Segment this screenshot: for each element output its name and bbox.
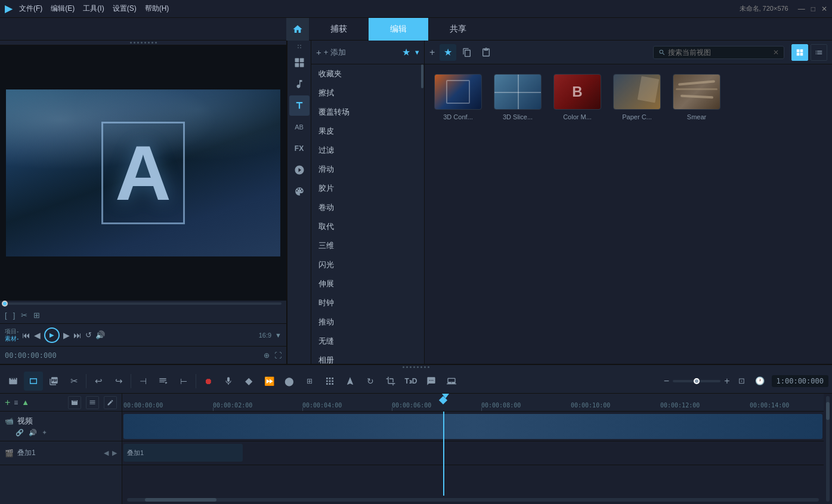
tool-speed-btn[interactable]: ⏩ <box>259 372 279 391</box>
search-box[interactable]: ✕ <box>653 46 784 59</box>
v-scrollbar[interactable] <box>824 394 832 504</box>
category-filter[interactable]: 过滤 <box>311 141 424 160</box>
category-push[interactable]: 推动 <box>311 313 424 332</box>
close-btn[interactable]: ✕ <box>821 5 827 13</box>
cut-button[interactable]: ✂ <box>21 311 27 320</box>
paste-btn[interactable] <box>478 44 494 61</box>
tool-timeline-btn[interactable] <box>24 372 43 391</box>
clock-btn[interactable]: 🕐 <box>751 373 768 389</box>
bracket-end[interactable]: ] <box>13 311 16 320</box>
zoom-select[interactable]: ▼ <box>275 332 282 339</box>
fit-to-window-btn[interactable]: ⊡ <box>734 373 750 389</box>
track-settings-btn[interactable]: ≡ <box>14 398 18 407</box>
add-transition-btn[interactable]: + <box>429 47 435 58</box>
next-frame-btn[interactable]: ⏭ <box>73 330 82 340</box>
zoom-slider[interactable] <box>673 380 720 382</box>
tool-record-btn[interactable]: ⏺ <box>199 372 218 391</box>
tool-trim-right-btn[interactable]: ⊢ <box>174 372 193 391</box>
step-back-btn[interactable]: ◀ <box>34 330 41 340</box>
category-seamless[interactable]: 无缝 <box>311 332 424 351</box>
step-fwd-btn[interactable]: ▶ <box>63 330 70 340</box>
overlay-clip[interactable]: 叠加1 <box>123 444 243 462</box>
category-wipe[interactable]: 擦拭 <box>311 84 424 103</box>
sidebar-title-btn[interactable] <box>289 95 310 116</box>
thumb-3dslice[interactable]: 3D Slice... <box>494 74 542 120</box>
overlay-track[interactable]: 叠加1 <box>122 441 824 465</box>
zoom-in-btn[interactable]: + <box>724 376 729 386</box>
play-button[interactable]: ▶ <box>44 327 60 343</box>
minimize-btn[interactable]: — <box>798 5 805 13</box>
insert-button[interactable]: ⊞ <box>33 311 40 320</box>
category-peel[interactable]: 果皮 <box>311 122 424 141</box>
tab-edit[interactable]: 编辑 <box>369 18 428 41</box>
thumb-paperc[interactable]: Paper C... <box>613 74 661 120</box>
category-3d[interactable]: 三维 <box>311 236 424 255</box>
fullscreen-icon[interactable]: ⛶ <box>274 351 282 360</box>
sidebar-media-btn[interactable] <box>289 52 310 73</box>
category-favorite[interactable]: 收藏夹 <box>311 64 424 84</box>
overlay-arrow-right[interactable]: ▶ <box>112 449 117 457</box>
tab-capture[interactable]: 捕获 <box>309 18 369 41</box>
tool-ripple-btn[interactable] <box>154 372 173 391</box>
tool-media-btn[interactable] <box>4 372 23 391</box>
track-audio-btn[interactable]: 🔊 <box>29 429 37 437</box>
sidebar-fx-btn[interactable]: FX <box>289 138 310 159</box>
thumb-3dconf[interactable]: 3D Conf... <box>434 74 482 120</box>
category-album[interactable]: 相册 <box>311 351 424 364</box>
thumb-smear[interactable]: Smear <box>673 74 720 120</box>
view-list-btn[interactable] <box>811 44 827 61</box>
video-track[interactable] <box>122 412 824 441</box>
add-category-btn[interactable]: + + 添加 <box>316 47 346 58</box>
panel-drag-handle[interactable] <box>0 41 286 45</box>
search-input[interactable] <box>668 48 771 57</box>
volume-button[interactable]: 🔊 <box>95 330 105 339</box>
tool-stabilize-btn[interactable] <box>341 372 360 391</box>
track-eye-btn[interactable]: ✦ <box>42 429 47 437</box>
tool-grid-btn[interactable]: ⊞ <box>300 372 319 391</box>
category-scroll-down[interactable]: ▾ <box>415 48 419 57</box>
tool-crop-btn[interactable] <box>381 372 400 391</box>
category-star-btn[interactable]: ★ <box>402 47 410 58</box>
prev-frame-btn[interactable]: ⏮ <box>22 330 30 340</box>
bottom-view-film-btn[interactable] <box>68 396 81 409</box>
menu-file[interactable]: 文件(F) <box>19 4 42 14</box>
tool-screen-btn[interactable] <box>442 372 461 391</box>
category-slide[interactable]: 滑动 <box>311 160 424 179</box>
overlay-arrow-left[interactable]: ◀ <box>104 449 109 457</box>
progress-handle[interactable] <box>2 301 8 307</box>
tab-share[interactable]: 共享 <box>428 18 488 41</box>
tool-trim-left-btn[interactable]: ⊣ <box>134 372 153 391</box>
menu-help[interactable]: 帮助(H) <box>145 4 169 14</box>
sidebar-transition-btn[interactable]: AB <box>289 117 310 137</box>
category-flash[interactable]: 闪光 <box>311 255 424 274</box>
tool-keyframe-btn[interactable]: ◆ <box>239 372 258 391</box>
h-scrollbar[interactable] <box>122 496 824 504</box>
thumb-colorm[interactable]: B Color M... <box>553 74 601 120</box>
bracket-start[interactable]: [ <box>5 311 7 320</box>
tool-cut-btn[interactable]: ✂ <box>64 372 83 391</box>
tool-mosaic-btn[interactable] <box>320 372 339 391</box>
timeline-view-btn[interactable]: ▲ <box>21 398 29 407</box>
view-grid-btn[interactable] <box>791 44 808 61</box>
category-replace[interactable]: 取代 <box>311 217 424 236</box>
category-roll[interactable]: 卷动 <box>311 198 424 217</box>
zoom-out-btn[interactable]: − <box>664 376 669 386</box>
tool-audio-btn[interactable] <box>219 372 238 391</box>
favorites-star-btn[interactable]: ★ <box>440 44 456 61</box>
maximize-btn[interactable]: □ <box>811 5 815 13</box>
tool-undo-btn[interactable]: ↩ <box>89 372 108 391</box>
loop-button[interactable]: ↺ <box>85 330 92 339</box>
tool-text3d-btn[interactable]: T₃D <box>401 372 420 391</box>
time-ruler[interactable]: 00:00:00:00 00:00:02:00 00:00:04:00 00:0… <box>122 394 824 412</box>
category-clock[interactable]: 时钟 <box>311 293 424 313</box>
home-button[interactable] <box>286 18 309 41</box>
search-clear-btn[interactable]: ✕ <box>773 48 779 57</box>
tool-subtitle-btn[interactable] <box>422 372 441 391</box>
sidebar-audio-btn[interactable] <box>289 74 310 94</box>
menu-tools[interactable]: 工具(I) <box>83 4 104 14</box>
sidebar-motion-btn[interactable] <box>289 160 310 180</box>
bottom-view-pen-btn[interactable] <box>104 396 117 409</box>
category-stretch[interactable]: 伸展 <box>311 274 424 293</box>
bottom-view-edit-btn[interactable] <box>86 396 99 409</box>
tool-media2-btn[interactable] <box>44 372 63 391</box>
